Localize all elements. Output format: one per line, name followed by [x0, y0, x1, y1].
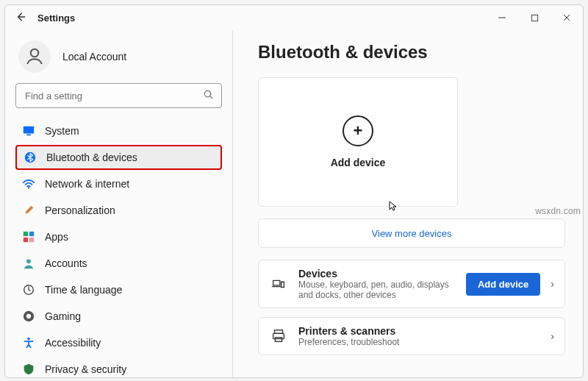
sidebar-item-system[interactable]: System — [15, 118, 222, 143]
add-device-tile[interactable]: + Add device — [258, 77, 458, 207]
sidebar-item-label: Accessibility — [45, 337, 101, 349]
add-device-button[interactable]: Add device — [466, 273, 540, 296]
clock-globe-icon — [21, 282, 36, 297]
titlebar: Settings — [5, 5, 583, 30]
sidebar-item-label: Accounts — [45, 257, 87, 269]
sidebar-item-bluetooth[interactable]: Bluetooth & devices — [15, 145, 222, 170]
sidebar-item-network[interactable]: Network & internet — [15, 171, 222, 196]
sidebar-item-label: Personalization — [45, 204, 115, 216]
search-input[interactable] — [24, 90, 203, 102]
minimize-button[interactable] — [486, 5, 518, 30]
sidebar-item-label: System — [45, 125, 79, 137]
main-content: Bluetooth & devices + Add device View mo… — [233, 30, 583, 377]
svg-rect-9 — [24, 238, 28, 242]
svg-point-14 — [26, 314, 31, 318]
row-title: Devices — [298, 268, 456, 279]
svg-point-15 — [27, 338, 30, 341]
printer-icon — [269, 328, 288, 344]
arrow-left-icon — [15, 12, 26, 22]
close-button[interactable] — [551, 5, 583, 30]
maximize-button[interactable] — [518, 5, 551, 30]
sidebar-item-label: Network & internet — [45, 178, 129, 190]
sidebar-item-label: Gaming — [45, 310, 81, 322]
svg-rect-0 — [531, 15, 537, 21]
accounts-icon — [21, 256, 36, 271]
row-title: Printers & scanners — [298, 325, 540, 337]
add-device-label: Add device — [331, 157, 386, 168]
row-devices[interactable]: Devices Mouse, keyboard, pen, audio, dis… — [258, 260, 565, 308]
user-icon — [24, 46, 46, 68]
avatar — [18, 40, 51, 73]
account-name: Local Account — [62, 51, 126, 63]
minimize-icon — [498, 13, 506, 22]
account-block[interactable]: Local Account — [15, 35, 222, 83]
back-button[interactable] — [12, 12, 29, 24]
search-icon — [203, 89, 214, 102]
sidebar-nav: System Bluetooth & devices Network & int… — [15, 118, 222, 377]
plus-circle-icon: + — [343, 115, 373, 146]
maximize-icon — [531, 14, 539, 22]
shield-icon — [21, 362, 36, 377]
svg-point-11 — [26, 259, 31, 263]
svg-rect-18 — [275, 338, 282, 342]
bluetooth-icon — [23, 150, 37, 165]
devices-icon — [269, 276, 288, 292]
svg-rect-8 — [29, 232, 34, 236]
sidebar-item-label: Privacy & security — [45, 363, 126, 375]
sidebar-item-time[interactable]: Time & language — [15, 277, 222, 302]
page-title: Bluetooth & devices — [258, 42, 565, 63]
chevron-right-icon: › — [551, 330, 554, 342]
sidebar-item-apps[interactable]: Apps — [15, 224, 222, 249]
svg-point-1 — [31, 49, 39, 57]
search-box[interactable] — [15, 83, 222, 108]
chevron-right-icon: › — [551, 278, 554, 290]
sidebar-item-personalization[interactable]: Personalization — [15, 198, 222, 223]
view-more-devices-button[interactable]: View more devices — [258, 218, 565, 248]
sidebar-item-label: Apps — [45, 231, 68, 243]
sidebar-item-accessibility[interactable]: Accessibility — [15, 330, 222, 355]
sidebar-item-label: Time & language — [45, 284, 122, 296]
sidebar-item-label: Bluetooth & devices — [46, 152, 137, 163]
svg-rect-10 — [29, 238, 34, 242]
row-subtitle: Mouse, keyboard, pen, audio, displays an… — [298, 279, 456, 300]
apps-icon — [21, 229, 36, 244]
accessibility-icon — [21, 335, 36, 350]
monitor-icon — [21, 124, 36, 138]
sidebar-item-accounts[interactable]: Accounts — [15, 251, 222, 276]
sidebar-item-privacy[interactable]: Privacy & security — [15, 357, 222, 377]
svg-rect-3 — [24, 127, 34, 134]
svg-point-2 — [204, 90, 210, 96]
watermark: wsxdn.com — [535, 206, 581, 216]
window-title: Settings — [37, 13, 75, 24]
svg-rect-4 — [26, 135, 30, 136]
sidebar: Local Account System Bluetooth & devices — [5, 30, 233, 377]
wifi-icon — [21, 177, 36, 191]
paintbrush-icon — [21, 203, 36, 218]
row-printers-scanners[interactable]: Printers & scanners Preferences, trouble… — [258, 317, 565, 355]
svg-rect-7 — [24, 232, 28, 236]
sidebar-item-gaming[interactable]: Gaming — [15, 304, 222, 329]
view-more-label: View more devices — [372, 228, 452, 239]
gaming-icon — [21, 309, 36, 324]
row-subtitle: Preferences, troubleshoot — [298, 337, 540, 347]
settings-window: Settings Local Account — [4, 4, 584, 378]
close-icon — [562, 13, 571, 22]
svg-point-6 — [28, 187, 29, 188]
